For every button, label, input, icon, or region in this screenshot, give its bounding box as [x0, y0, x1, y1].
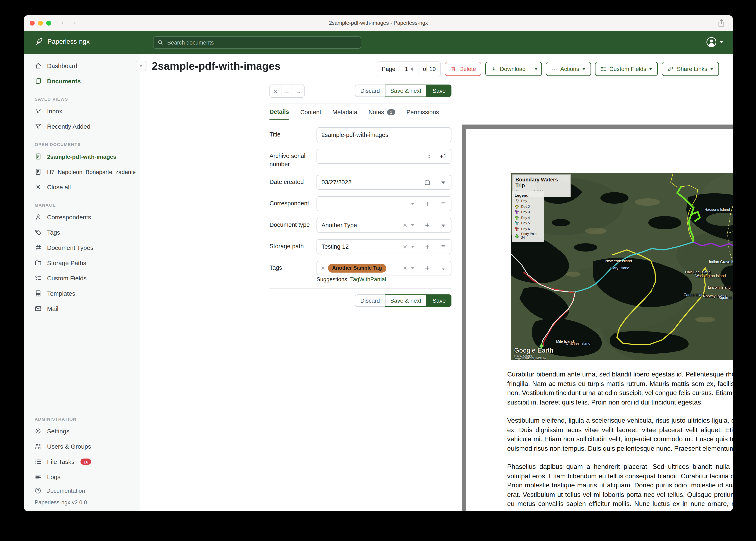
storage-path-filter-button[interactable]	[435, 239, 451, 254]
sidebar-item-dashboard[interactable]: Dashboard	[24, 58, 140, 73]
date-filter-button[interactable]	[435, 175, 451, 190]
sidebar-item-document-types[interactable]: Document Types	[24, 240, 140, 255]
tab-notes[interactable]: Notes 1	[369, 109, 395, 120]
map-title: Boundary Waters Trip	[515, 177, 567, 189]
asn-increment-button[interactable]: +1	[435, 149, 451, 164]
remove-tag-icon[interactable]: ✕	[321, 265, 325, 271]
share-icon[interactable]	[718, 19, 725, 27]
previous-document-button[interactable]: ←	[281, 85, 293, 97]
discard-button[interactable]: Discard	[355, 294, 385, 307]
user-menu[interactable]	[706, 37, 723, 47]
desktop: ‹ › 2sample-pdf-with-images - Paperless-…	[0, 0, 756, 541]
trash-icon	[450, 66, 456, 72]
sidebar-item-open-doc-2[interactable]: H7_Napoleon_Bonaparte_zadanie	[24, 164, 140, 179]
add-document-type-button[interactable]	[419, 218, 435, 233]
file-text-icon	[35, 153, 42, 160]
page-number-input[interactable]: 1	[400, 62, 418, 76]
share-links-button[interactable]: Share Links	[662, 62, 719, 76]
sidebar-item-label: Close all	[47, 184, 71, 191]
sidebar-item-documents[interactable]: Documents	[24, 73, 140, 89]
document-type-select[interactable]: Another Type ✕	[317, 218, 419, 233]
global-search[interactable]	[153, 36, 361, 49]
clear-icon[interactable]: ✕	[403, 222, 407, 228]
sidebar-item-tags[interactable]: Tags	[24, 225, 140, 240]
sidebar-item-label: Templates	[47, 290, 75, 297]
window-title: 2sample-pdf-with-images - Paperless-ngx	[24, 15, 733, 31]
date-picker-button[interactable]	[419, 175, 435, 190]
correspondent-select[interactable]	[317, 196, 419, 211]
close-document-button[interactable]: ✕	[270, 85, 281, 97]
save-button[interactable]: Save	[427, 85, 451, 97]
map-island-label: Gary Island	[610, 266, 629, 270]
tag-chip[interactable]: Another Sample Tag	[328, 264, 386, 272]
save-button[interactable]: Save	[427, 294, 451, 307]
sidebar-item-storage-paths[interactable]: Storage Paths	[24, 255, 140, 270]
actions-button[interactable]: Actions	[546, 62, 591, 76]
correspondent-filter-button[interactable]	[435, 196, 451, 211]
save-next-button[interactable]: Save & next	[385, 294, 427, 307]
tag-suggestion-link[interactable]: TagWithPartial	[350, 276, 386, 282]
folder-icon	[35, 260, 42, 267]
sidebar-item-settings[interactable]: Settings	[24, 423, 140, 439]
tab-content[interactable]: Content	[300, 109, 321, 120]
download-options-caret[interactable]	[531, 62, 542, 76]
sidebar-item-users-groups[interactable]: Users & Groups	[24, 439, 140, 454]
tab-permissions[interactable]: Permissions	[406, 109, 439, 120]
sidebar-item-open-doc-1[interactable]: 2sample-pdf-with-images	[24, 149, 140, 164]
sidebar-item-recently-added[interactable]: Recently Added	[24, 119, 140, 134]
sidebar-item-inbox[interactable]: Inbox	[24, 104, 140, 119]
tab-metadata[interactable]: Metadata	[332, 109, 357, 120]
page-label: Page	[377, 62, 400, 76]
date-created-input[interactable]: 03/27/2022	[317, 175, 419, 190]
map-island-label: Canoe Island	[684, 293, 705, 297]
asn-stepper-icon[interactable]	[428, 155, 430, 158]
asn-field-label: Archive serial number	[269, 149, 317, 168]
map-legend-label: Day 4	[521, 216, 530, 220]
sidebar-item-documentation[interactable]: Documentation	[24, 484, 140, 497]
sidebar-item-close-all[interactable]: Close all	[24, 179, 140, 195]
sidebar-item-mail[interactable]: Mail	[24, 301, 140, 316]
map-legend-label: Day 5	[521, 222, 530, 225]
sidebar-collapse-button[interactable]: «	[136, 61, 146, 71]
document-type-filter-button[interactable]	[435, 218, 451, 233]
sidebar-item-custom-fields[interactable]: Custom Fields	[24, 270, 140, 286]
next-document-button[interactable]: →	[293, 85, 304, 97]
documents-icon	[35, 78, 42, 85]
paragraph: Curabitur bibendum ante urna, sed blandi…	[507, 370, 733, 407]
app-brand[interactable]: Paperless-ngx	[35, 37, 90, 46]
sidebar-item-file-tasks[interactable]: File Tasks 16	[24, 454, 140, 469]
sidebar-item-logs[interactable]: Logs	[24, 469, 140, 484]
delete-button[interactable]: Delete	[445, 62, 481, 76]
add-correspondent-button[interactable]	[419, 196, 435, 211]
main-content: 2sample-pdf-with-images Page 1 of 10 Del…	[140, 54, 733, 511]
custom-fields-button[interactable]: Custom Fields	[595, 62, 658, 76]
tags-filter-button[interactable]	[435, 261, 451, 275]
asn-input[interactable]	[317, 149, 435, 164]
clear-icon[interactable]: ✕	[403, 244, 407, 250]
app-window: ‹ › 2sample-pdf-with-images - Paperless-…	[24, 15, 733, 511]
select-caret-icon	[411, 203, 414, 205]
filter-icon	[35, 108, 42, 115]
save-next-button[interactable]: Save & next	[385, 85, 427, 97]
tab-details[interactable]: Details	[269, 109, 289, 120]
search-input[interactable]	[167, 39, 357, 46]
download-icon	[491, 66, 497, 72]
clear-icon[interactable]: ✕	[403, 265, 407, 271]
add-storage-path-button[interactable]	[419, 239, 435, 254]
paperless-feather-logo-icon	[35, 37, 43, 46]
sidebar-item-label: Correspondents	[47, 214, 91, 221]
users-icon	[35, 443, 42, 450]
discard-button[interactable]: Discard	[355, 85, 385, 97]
sidebar-item-correspondents[interactable]: Correspondents	[24, 210, 140, 225]
sidebar-item-label: Inbox	[47, 108, 62, 115]
user-menu-caret-icon	[720, 41, 723, 43]
tags-select[interactable]: ✕ Another Sample Tag ✕	[317, 261, 419, 275]
storage-path-select[interactable]: Testing 12 ✕	[317, 239, 419, 254]
pdf-preview-pane[interactable]: Boundary Waters Trip Six days in BWCA Le…	[462, 125, 733, 511]
download-button[interactable]: Download	[485, 62, 531, 76]
page-stepper-icon[interactable]	[411, 67, 413, 71]
sidebar-item-templates[interactable]: Templates	[24, 286, 140, 301]
filter-lines-icon	[440, 244, 446, 250]
add-tag-button[interactable]	[419, 261, 435, 275]
title-input[interactable]: 2sample-pdf-with-images	[317, 127, 451, 142]
